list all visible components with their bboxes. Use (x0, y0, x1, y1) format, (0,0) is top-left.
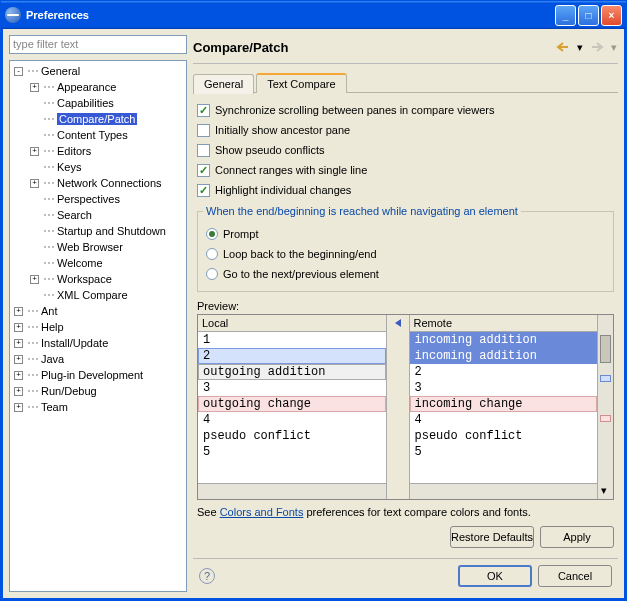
checkbox-label: Highlight individual changes (215, 184, 351, 196)
tree-item[interactable]: ⋯XML Compare (10, 287, 186, 303)
overview-marker[interactable] (600, 375, 611, 382)
preview-line[interactable]: 2 (410, 364, 598, 380)
checkbox-icon[interactable] (197, 164, 210, 177)
radio-icon[interactable] (206, 268, 218, 280)
tab[interactable]: Text Compare (256, 73, 346, 93)
expand-icon[interactable]: + (30, 179, 39, 188)
collapse-icon[interactable]: - (14, 67, 23, 76)
scroll-thumb[interactable] (600, 335, 611, 363)
checkbox-icon[interactable] (197, 184, 210, 197)
checkbox-icon[interactable] (197, 144, 210, 157)
tree-item[interactable]: +⋯Help (10, 319, 186, 335)
preview-line[interactable]: incoming addition (410, 332, 598, 348)
tree-item[interactable]: +⋯Workspace (10, 271, 186, 287)
preview-line[interactable]: 5 (410, 444, 598, 460)
back-menu-icon[interactable]: ▾ (576, 38, 584, 56)
scroll-down-icon[interactable]: ▾ (601, 484, 607, 497)
tree-item[interactable]: +⋯Plug-in Development (10, 367, 186, 383)
preview-line[interactable]: 3 (410, 380, 598, 396)
overview-marker[interactable] (600, 415, 611, 422)
checkbox-icon[interactable] (197, 124, 210, 137)
tree-item[interactable]: ⋯Keys (10, 159, 186, 175)
tree-item[interactable]: ⋯Capabilities (10, 95, 186, 111)
preview-line[interactable]: 4 (198, 412, 386, 428)
preview-line[interactable]: 4 (410, 412, 598, 428)
preview-line[interactable]: outgoing addition (198, 364, 386, 380)
minimize-button[interactable]: _ (555, 5, 576, 26)
expand-icon[interactable]: + (30, 147, 39, 156)
expand-icon[interactable]: + (14, 387, 23, 396)
preview-line[interactable]: 5 (198, 444, 386, 460)
radio-label: Loop back to the beginning/end (223, 248, 377, 260)
tree-item[interactable]: ⋯Compare/Patch (10, 111, 186, 127)
tree-item[interactable]: +⋯Install/Update (10, 335, 186, 351)
ok-button[interactable]: OK (458, 565, 532, 587)
radio-row[interactable]: Loop back to the beginning/end (206, 245, 605, 263)
filter-input[interactable]: type filter text (9, 35, 187, 54)
preview-line[interactable]: 1 (198, 332, 386, 348)
colors-fonts-link[interactable]: Colors and Fonts (220, 506, 304, 518)
preview-remote-lines[interactable]: incoming additionincoming addition23inco… (410, 332, 598, 483)
local-hscroll[interactable] (198, 483, 386, 499)
preview-line[interactable]: outgoing change (198, 396, 386, 412)
tab[interactable]: General (193, 74, 254, 94)
remote-hscroll[interactable] (410, 483, 598, 499)
tree-item-label: Web Browser (57, 241, 123, 253)
expand-icon[interactable]: + (14, 403, 23, 412)
tree-item[interactable]: +⋯Ant (10, 303, 186, 319)
expand-icon[interactable]: + (14, 339, 23, 348)
preview-line[interactable]: pseudo conflict (198, 428, 386, 444)
navigation-group-legend: When the end/beginning is reached while … (203, 205, 521, 217)
radio-icon[interactable] (206, 248, 218, 260)
expand-icon[interactable]: + (14, 355, 23, 364)
tree-item[interactable]: +⋯Java (10, 351, 186, 367)
preview-line[interactable]: 3 (198, 380, 386, 396)
tree-item-label: Help (41, 321, 64, 333)
checkbox-row[interactable]: Highlight individual changes (197, 181, 614, 199)
tree-item[interactable]: -⋯General (10, 63, 186, 79)
apply-button[interactable]: Apply (540, 526, 614, 548)
checkbox-row[interactable]: Show pseudo conflicts (197, 141, 614, 159)
titlebar[interactable]: Preferences _ □ × (1, 1, 626, 29)
tree-item[interactable]: ⋯Startup and Shutdown (10, 223, 186, 239)
preview-line[interactable]: 2 (198, 348, 386, 364)
preferences-tree[interactable]: -⋯General+⋯Appearance⋯Capabilities⋯Compa… (9, 60, 187, 592)
cancel-button[interactable]: Cancel (538, 565, 612, 587)
help-icon[interactable]: ? (199, 568, 215, 584)
preview-line[interactable]: incoming change (410, 396, 598, 412)
checkbox-row[interactable]: Synchronize scrolling between panes in c… (197, 101, 614, 119)
tree-item[interactable]: +⋯Network Connections (10, 175, 186, 191)
tree-item[interactable]: ⋯Perspectives (10, 191, 186, 207)
expand-icon[interactable]: + (14, 323, 23, 332)
tree-item-label: Compare/Patch (57, 113, 137, 125)
tree-item-label: Capabilities (57, 97, 114, 109)
preview-line[interactable]: pseudo conflict (410, 428, 598, 444)
expand-icon[interactable]: + (14, 307, 23, 316)
expand-icon[interactable]: + (30, 275, 39, 284)
restore-defaults-button[interactable]: Restore Defaults (450, 526, 534, 548)
preview-label: Preview: (197, 300, 614, 312)
radio-row[interactable]: Prompt (206, 225, 605, 243)
expand-icon[interactable]: + (30, 83, 39, 92)
checkbox-icon[interactable] (197, 104, 210, 117)
preview-line[interactable]: incoming addition (410, 348, 598, 364)
checkbox-row[interactable]: Initially show ancestor pane (197, 121, 614, 139)
tree-item[interactable]: +⋯Editors (10, 143, 186, 159)
maximize-button[interactable]: □ (578, 5, 599, 26)
tree-item[interactable]: ⋯Search (10, 207, 186, 223)
expand-icon[interactable]: + (14, 371, 23, 380)
close-button[interactable]: × (601, 5, 622, 26)
tree-item[interactable]: ⋯Web Browser (10, 239, 186, 255)
tree-item[interactable]: +⋯Team (10, 399, 186, 415)
preview-local-lines[interactable]: 12outgoing addition3outgoing change4pseu… (198, 332, 386, 483)
checkbox-row[interactable]: Connect ranges with single line (197, 161, 614, 179)
back-icon[interactable] (554, 38, 572, 56)
tree-item[interactable]: ⋯Welcome (10, 255, 186, 271)
copy-left-icon[interactable] (391, 316, 407, 332)
tree-item[interactable]: +⋯Run/Debug (10, 383, 186, 399)
radio-icon[interactable] (206, 228, 218, 240)
overview-ruler[interactable]: ▾ (597, 315, 613, 499)
tree-item[interactable]: +⋯Appearance (10, 79, 186, 95)
tree-item[interactable]: ⋯Content Types (10, 127, 186, 143)
radio-row[interactable]: Go to the next/previous element (206, 265, 605, 283)
